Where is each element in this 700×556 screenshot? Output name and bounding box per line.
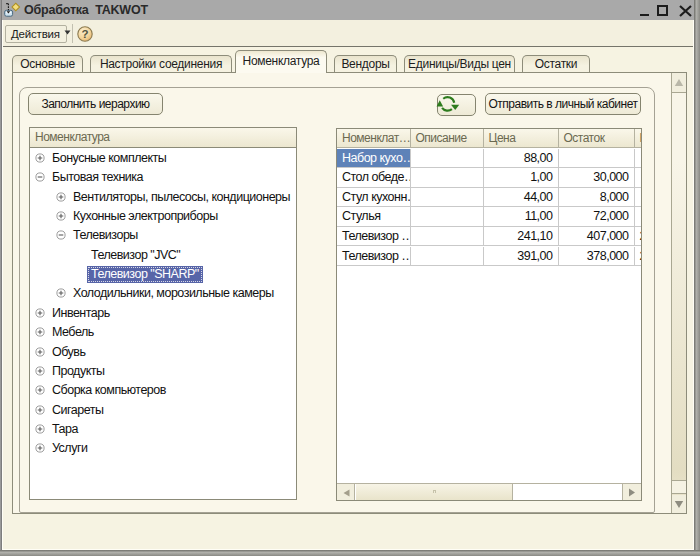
svg-text:?: ? xyxy=(81,28,88,40)
